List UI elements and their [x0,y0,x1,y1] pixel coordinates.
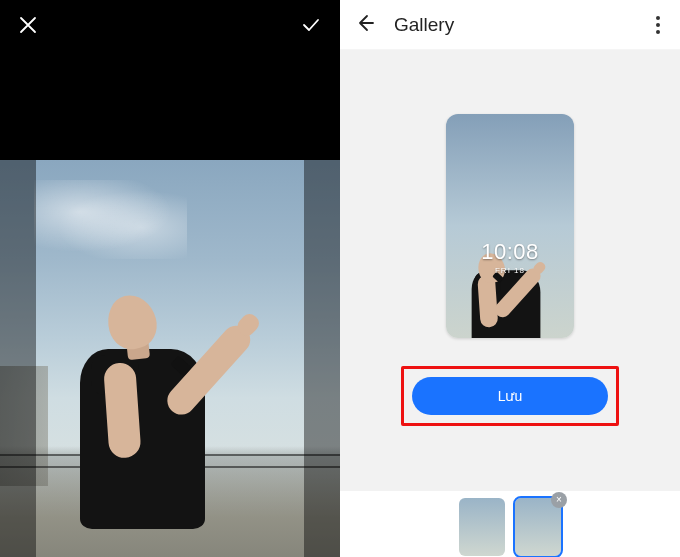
back-arrow-icon [354,12,376,34]
thumbnail-item[interactable] [459,498,505,556]
dot-icon [656,30,660,34]
thumbnail-remove-button[interactable]: × [551,492,567,508]
thumbnail-item-wrapper: × [515,498,561,556]
check-icon [300,14,322,36]
page-title: Gallery [394,14,632,36]
more-options-button[interactable] [650,10,666,40]
thumbnail-strip: × [340,491,680,557]
photo-viewport[interactable] [0,160,340,557]
save-button[interactable]: Lưu [412,377,608,415]
editor-padding [0,50,340,160]
lockscreen-clock: 10:08 FRI 18 [446,239,574,275]
dot-icon [656,16,660,20]
lockscreen-preview[interactable]: 10:08 FRI 18 [446,114,574,338]
confirm-button[interactable] [300,14,322,36]
photo-clouds [34,180,187,259]
lockscreen-time: 10:08 [446,239,574,265]
gallery-pane: Gallery 10:08 FRI 18 Lưu [340,0,680,557]
gallery-topbar: Gallery [340,0,680,50]
close-icon [18,15,38,35]
crop-editor-pane [0,0,340,557]
close-button[interactable] [18,15,38,35]
photo-person [27,259,265,557]
crop-topbar [0,0,340,50]
dot-icon [656,23,660,27]
wallpaper-preview-area: 10:08 FRI 18 Lưu [340,50,680,426]
crop-mask-left [0,160,36,557]
lockscreen-date: FRI 18 [446,266,574,275]
crop-mask-right [304,160,340,557]
back-button[interactable] [354,12,376,38]
save-highlight: Lưu [401,366,619,426]
